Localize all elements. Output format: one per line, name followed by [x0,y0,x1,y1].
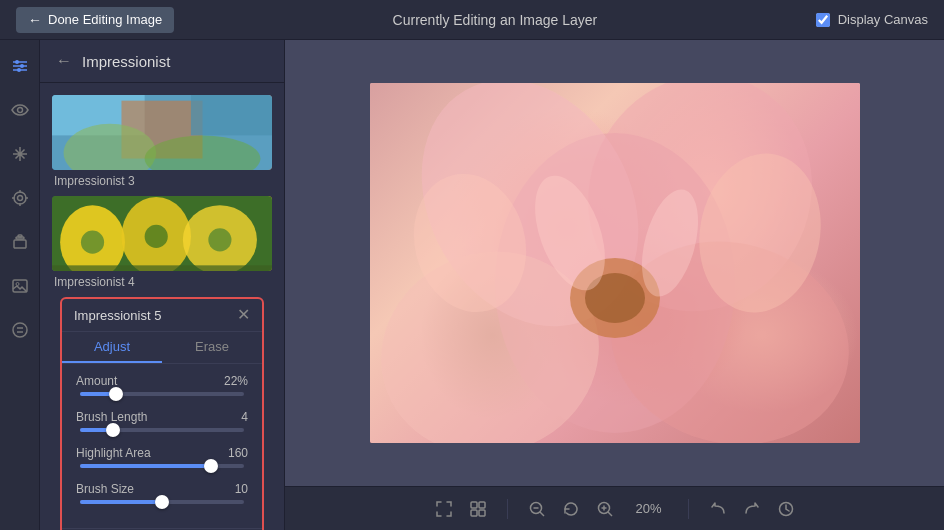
zoom-in-icon-btn[interactable] [596,500,614,518]
highlight-area-slider-fill [80,464,211,468]
svg-point-17 [16,283,19,286]
highlight-area-slider-track[interactable] [80,464,244,468]
settings-tabs: Adjust Erase [62,332,262,364]
svg-rect-15 [18,235,22,237]
brush-length-value: 4 [241,410,248,424]
svg-rect-13 [14,240,26,248]
svg-rect-44 [479,502,485,508]
amount-label: Amount [76,374,117,388]
expand-icon-btn[interactable] [435,500,453,518]
impressionist-3-thumb[interactable]: Impressionist 3 [52,95,272,188]
highlight-area-value: 160 [228,446,248,460]
sparkle-icon-btn[interactable] [6,140,34,168]
svg-rect-45 [471,510,477,516]
amount-slider-track[interactable] [80,392,244,396]
canvas-area: 20% [285,40,944,530]
svg-point-29 [145,225,168,248]
svg-point-8 [17,196,22,201]
svg-line-53 [608,512,612,516]
history-icon-btn[interactable] [777,500,795,518]
flower-svg-overlay [370,83,860,443]
brush-size-slider-row: Brush Size 10 [76,482,248,504]
svg-point-7 [14,192,26,204]
settings-close-button[interactable]: ✕ [237,307,250,323]
amount-slider-thumb[interactable] [109,387,123,401]
grid-view-icon-btn[interactable] [469,500,487,518]
top-bar: ← Done Editing Image Currently Editing a… [0,0,944,40]
zoom-level-label: 20% [630,501,668,516]
highlight-area-slider-thumb[interactable] [204,459,218,473]
highlight-area-slider-row: Highlight Area 160 [76,446,248,468]
main-area: ← Impressionist Impressionist 3 [0,40,944,530]
brush-size-label: Brush Size [76,482,134,496]
settings-header: Impressionist 5 ✕ [62,299,262,332]
image-icon-btn[interactable] [6,272,34,300]
svg-point-28 [81,231,104,254]
separator-1 [507,499,508,519]
brush-length-label: Brush Length [76,410,147,424]
display-canvas-label: Display Canvas [838,12,928,27]
amount-label-row: Amount 22% [76,374,248,388]
done-editing-label: Done Editing Image [48,12,162,27]
brush-size-slider-thumb[interactable] [155,495,169,509]
done-editing-button[interactable]: ← Done Editing Image [16,7,174,33]
impressionist-4-image [52,196,272,271]
brush-length-slider-thumb[interactable] [106,423,120,437]
svg-rect-46 [479,510,485,516]
impressionist-5-settings: Impressionist 5 ✕ Adjust Erase Amount 22… [60,297,264,530]
redo-icon-btn[interactable] [743,500,761,518]
side-panel: ← Impressionist Impressionist 3 [40,40,285,530]
zoom-out-icon-btn[interactable] [528,500,546,518]
separator-2 [688,499,689,519]
bottom-bar: 20% [285,486,944,530]
brush-size-slider-track[interactable] [80,500,244,504]
image-canvas [370,83,860,443]
adjustments-icon-btn[interactable] [6,52,34,80]
impressionist-4-thumb[interactable]: Impressionist 4 [52,196,272,289]
settings-body: Amount 22% Brush Length 4 [62,364,262,528]
highlight-area-label: Highlight Area [76,446,151,460]
brush-size-value: 10 [235,482,248,496]
thumbnails-area: Impressionist 3 Impression [40,83,284,530]
brush-size-label-row: Brush Size 10 [76,482,248,496]
svg-line-49 [540,512,544,516]
amount-slider-row: Amount 22% [76,374,248,396]
svg-point-30 [208,228,231,251]
panel-back-button[interactable]: ← [56,52,72,70]
impressionist-3-image [52,95,272,170]
arrow-left-icon: ← [28,12,42,28]
svg-point-3 [20,64,24,68]
svg-rect-31 [52,265,272,271]
reset-zoom-icon-btn[interactable] [562,500,580,518]
mask-icon-btn[interactable] [6,316,34,344]
svg-point-1 [15,60,19,64]
icon-bar [0,40,40,530]
svg-point-6 [17,108,22,113]
svg-rect-43 [471,502,477,508]
panel-header: ← Impressionist [40,40,284,83]
panel-title: Impressionist [82,53,170,70]
brush-length-label-row: Brush Length 4 [76,410,248,424]
display-canvas-area: Display Canvas [816,12,928,27]
canvas-workspace [285,40,944,486]
highlight-area-label-row: Highlight Area 160 [76,446,248,460]
brush-length-slider-row: Brush Length 4 [76,410,248,432]
layers-icon-btn[interactable] [6,228,34,256]
tab-erase[interactable]: Erase [162,332,262,363]
svg-rect-21 [191,95,272,135]
settings-title: Impressionist 5 [74,308,161,323]
svg-point-5 [17,68,21,72]
impressionist-3-label: Impressionist 3 [52,174,272,188]
amount-value: 22% [224,374,248,388]
eye-icon-btn[interactable] [6,96,34,124]
page-title: Currently Editing an Image Layer [393,12,598,28]
brush-size-slider-fill [80,500,162,504]
brush-length-slider-track[interactable] [80,428,244,432]
undo-icon-btn[interactable] [709,500,727,518]
display-canvas-checkbox[interactable] [816,13,830,27]
tab-adjust[interactable]: Adjust [62,332,162,363]
target-icon-btn[interactable] [6,184,34,212]
impressionist-4-label: Impressionist 4 [52,275,272,289]
